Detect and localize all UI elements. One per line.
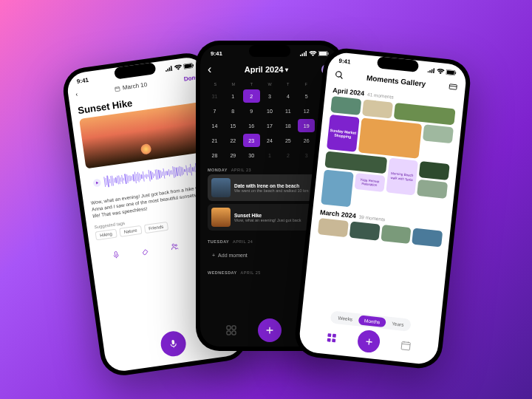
text-tile[interactable]: Sunday Market Shopping: [327, 115, 359, 152]
battery-icon: [183, 62, 194, 69]
status-right: [428, 67, 457, 75]
eraser-icon[interactable]: [138, 243, 153, 258]
calendar-day[interactable]: 14: [206, 119, 223, 132]
status-right: [300, 51, 329, 56]
calendar-day[interactable]: 9: [243, 104, 260, 117]
calendar-day[interactable]: 15: [225, 119, 242, 132]
svg-rect-28: [332, 338, 335, 342]
signal-icon: [165, 65, 173, 71]
calendar-day[interactable]: 24: [262, 134, 279, 147]
svg-rect-22: [455, 72, 456, 74]
grid-icon[interactable]: [326, 331, 338, 343]
month-label: April 2024: [245, 65, 284, 74]
calendar-day[interactable]: 2: [279, 149, 296, 162]
weekday-label: S: [206, 82, 225, 86]
mic-icon[interactable]: [109, 248, 123, 262]
bottom-nav: [299, 323, 439, 359]
month-label: April 2024: [332, 86, 365, 97]
record-fab[interactable]: [159, 330, 187, 358]
calendar-day[interactable]: 12: [298, 104, 315, 117]
waveform: [103, 161, 208, 188]
calendar-day[interactable]: 8: [225, 104, 242, 117]
view-toggle-icon[interactable]: [448, 81, 458, 92]
photo-tile[interactable]: [321, 169, 353, 207]
calendar-day[interactable]: 3: [262, 89, 279, 103]
calendar-day[interactable]: 31: [206, 89, 223, 103]
date-label: March 10: [122, 81, 147, 92]
calendar-day[interactable]: 28: [206, 149, 223, 162]
moment-count: 39 moments: [358, 214, 385, 222]
calendar-day[interactable]: 18: [279, 119, 296, 132]
status-time: 9:41: [76, 76, 89, 84]
text-tile[interactable]: Yoga Retreat Relaxation: [354, 173, 385, 192]
back-icon[interactable]: ‹: [75, 91, 78, 98]
moment-count: 41 moments: [367, 92, 394, 100]
calendar-day[interactable]: 16: [243, 119, 260, 132]
add-fab[interactable]: [357, 330, 381, 354]
photo-tile[interactable]: [349, 222, 380, 241]
battery-icon: [446, 69, 457, 75]
signal-icon: [300, 51, 307, 56]
svg-rect-15: [227, 326, 231, 330]
play-icon[interactable]: [92, 178, 103, 188]
photo-tile[interactable]: [412, 228, 443, 248]
grid-icon[interactable]: [225, 324, 237, 336]
search-icon[interactable]: [334, 69, 344, 80]
calendar-day[interactable]: 29: [225, 149, 242, 162]
calendar-day[interactable]: 5: [298, 89, 315, 103]
calendar-day[interactable]: 30: [243, 149, 260, 162]
weekday-label: T: [242, 82, 261, 86]
calendar-day[interactable]: 19: [298, 119, 315, 132]
svg-rect-13: [319, 52, 327, 55]
month-title[interactable]: April 2024▾: [245, 65, 289, 74]
calendar-day[interactable]: 25: [279, 134, 296, 147]
svg-rect-18: [232, 331, 236, 335]
photo-tile[interactable]: [381, 225, 412, 244]
svg-rect-27: [327, 338, 331, 341]
calendar-day[interactable]: 21: [206, 134, 223, 147]
text-tile[interactable]: Morning Beach walk with Tania: [386, 158, 418, 196]
mic-icon: [168, 338, 180, 349]
svg-rect-11: [171, 340, 174, 345]
calendar-day[interactable]: 10: [262, 104, 279, 117]
calendar-day[interactable]: 23: [243, 134, 260, 147]
back-icon[interactable]: ‹: [208, 63, 211, 76]
calendar-day[interactable]: 1: [262, 149, 279, 162]
photo-tile[interactable]: [419, 161, 450, 180]
calendar-day[interactable]: 3: [298, 149, 315, 162]
svg-rect-24: [449, 84, 457, 89]
status-time: 9:41: [338, 57, 351, 65]
photo-tile[interactable]: [358, 117, 423, 158]
weekday-label: W: [261, 82, 279, 86]
calendar-day[interactable]: 7: [206, 104, 223, 117]
wifi-icon: [309, 51, 317, 56]
status-right: [165, 62, 194, 71]
photo-tile[interactable]: [330, 96, 361, 115]
card-title: Sunset Hike: [234, 213, 301, 218]
photo-tile[interactable]: [318, 218, 349, 237]
photo-tile[interactable]: [362, 99, 393, 118]
time-pill[interactable]: Months: [358, 315, 386, 327]
notch: [249, 45, 290, 57]
calendar-icon[interactable]: [400, 339, 412, 351]
photo-tile[interactable]: [423, 124, 454, 143]
battery-icon: [318, 51, 329, 56]
photo-tile[interactable]: [417, 180, 448, 199]
calendar-day[interactable]: 11: [279, 104, 296, 117]
weekday-label: M: [225, 82, 243, 86]
people-icon[interactable]: [167, 239, 182, 254]
calendar-day[interactable]: 2: [243, 89, 260, 103]
signal-icon: [428, 67, 436, 73]
calendar-day[interactable]: 26: [298, 134, 315, 147]
calendar-day[interactable]: 1: [225, 89, 242, 103]
calendar-day[interactable]: 22: [225, 134, 242, 147]
time-pill[interactable]: Years: [386, 318, 411, 330]
calendar-day[interactable]: 17: [262, 119, 279, 132]
wifi-icon: [174, 64, 183, 70]
svg-point-7: [175, 245, 177, 247]
weekday-row: SMTWTFS: [200, 79, 339, 89]
calendar-day[interactable]: 4: [279, 89, 296, 103]
svg-rect-25: [327, 333, 331, 337]
add-fab[interactable]: [258, 318, 282, 342]
time-pill[interactable]: Weeks: [332, 313, 359, 325]
